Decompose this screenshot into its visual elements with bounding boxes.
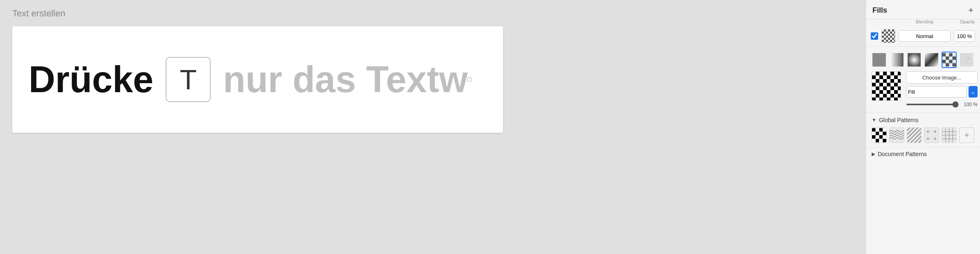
- blending-select-wrapper: Normal Multiply Screen Overlay: [899, 30, 951, 42]
- svg-rect-7: [949, 53, 953, 57]
- fill-checkbox[interactable]: [871, 32, 878, 40]
- svg-rect-8: [953, 57, 956, 60]
- hint-wrapper: nur das Textwerkzeug: [223, 59, 468, 101]
- svg-rect-19: [971, 53, 971, 54]
- svg-rect-32: [964, 64, 964, 64]
- document-patterns-title: Document Patterns: [878, 151, 927, 157]
- canvas-hint-text: nur das Textwerkzeug: [223, 59, 468, 101]
- svg-rect-24: [970, 56, 971, 57]
- svg-rect-42: [879, 135, 883, 139]
- svg-rect-27: [965, 59, 966, 60]
- right-panel: Fills + Blending Opacity Normal Multiply…: [865, 0, 980, 254]
- svg-rect-35: [971, 63, 972, 64]
- svg-rect-39: [883, 132, 886, 135]
- canvas-frame: Drücke T nur das Textwerkzeug: [12, 26, 503, 133]
- svg-rect-3: [925, 53, 938, 67]
- svg-rect-1: [890, 53, 904, 67]
- svg-rect-31: [961, 63, 962, 64]
- svg-rect-30: [972, 61, 972, 61]
- svg-rect-26: [963, 61, 963, 61]
- svg-rect-29: [970, 59, 971, 59]
- canvas-label: Text erstellen: [12, 8, 853, 19]
- pattern-radial-gradient[interactable]: [907, 52, 922, 68]
- fill-dropdown-arrow[interactable]: [969, 86, 978, 98]
- svg-rect-43: [883, 139, 886, 143]
- svg-rect-10: [946, 63, 949, 66]
- svg-rect-38: [879, 128, 883, 132]
- svg-rect-37: [876, 132, 879, 135]
- svg-rect-15: [963, 53, 963, 54]
- canvas-area: Text erstellen Drücke T nur das Textwerk…: [0, 0, 865, 254]
- svg-rect-13: [960, 53, 973, 67]
- t-icon-box: T: [166, 57, 211, 102]
- blending-col-label: Blending: [899, 19, 951, 24]
- svg-rect-17: [967, 54, 967, 54]
- svg-rect-23: [968, 57, 969, 58]
- svg-rect-36: [872, 128, 876, 132]
- svg-rect-46: [883, 128, 886, 132]
- pattern-noise[interactable]: [959, 52, 974, 68]
- fill-dropdown-wrapper: Fill Fit Stretch Tile: [906, 86, 978, 98]
- t-icon-letter: T: [180, 64, 197, 95]
- canvas-main-text: Drücke: [29, 59, 153, 101]
- gp-swatch-grid[interactable]: [942, 127, 957, 143]
- blending-select[interactable]: Normal Multiply Screen Overlay: [899, 30, 951, 42]
- pattern-detail: Choose Image... Fill Fit Stretch Tile 10…: [872, 71, 974, 107]
- svg-rect-40: [872, 135, 876, 139]
- svg-rect-6: [946, 57, 949, 60]
- svg-rect-51: [879, 139, 883, 143]
- svg-rect-41: [876, 139, 879, 143]
- document-patterns-header[interactable]: ▶ Document Patterns: [866, 147, 980, 161]
- global-patterns-arrow: ▼: [872, 117, 877, 123]
- svg-rect-49: [872, 139, 876, 143]
- svg-rect-16: [964, 55, 965, 55]
- svg-rect-28: [967, 60, 968, 61]
- pattern-preview-large: [872, 71, 901, 101]
- opacity-slider[interactable]: [906, 104, 959, 105]
- pattern-controls: Choose Image... Fill Fit Stretch Tile 10…: [906, 71, 978, 107]
- selection-handle[interactable]: [468, 77, 472, 82]
- column-labels: Blending Opacity: [866, 19, 980, 26]
- svg-rect-20: [962, 57, 962, 58]
- fill-row: Normal Multiply Screen Overlay: [866, 26, 980, 47]
- pattern-pattern[interactable]: [942, 52, 957, 68]
- pattern-picker: Choose Image... Fill Fit Stretch Tile 10…: [866, 47, 980, 113]
- opacity-col-label: Opacity: [954, 19, 975, 24]
- fill-dropdown[interactable]: Fill Fit Stretch Tile: [906, 86, 967, 98]
- svg-rect-47: [879, 132, 883, 135]
- svg-rect-14: [961, 54, 962, 55]
- add-fill-button[interactable]: +: [968, 6, 973, 15]
- pattern-linear-gradient[interactable]: [889, 52, 904, 68]
- svg-rect-11: [949, 60, 953, 63]
- gp-swatch-dots[interactable]: [924, 127, 939, 143]
- opacity-input[interactable]: [954, 30, 975, 42]
- pattern-angular-gradient[interactable]: [924, 52, 939, 68]
- svg-rect-33: [966, 62, 967, 63]
- svg-rect-45: [872, 132, 876, 135]
- gp-swatch-wave[interactable]: [889, 127, 904, 143]
- opacity-slider-row: 100 %: [906, 102, 978, 107]
- svg-rect-12: [953, 63, 956, 66]
- choose-image-button[interactable]: Choose Image...: [906, 71, 978, 84]
- panel-title: Fills: [872, 6, 887, 15]
- svg-rect-48: [876, 135, 879, 139]
- global-patterns-title: Global Patterns: [879, 117, 919, 123]
- svg-rect-61: [924, 128, 939, 143]
- global-patterns-header[interactable]: ▼ Global Patterns: [866, 113, 980, 126]
- panel-header: Fills +: [866, 0, 980, 19]
- fill-color-swatch[interactable]: [881, 29, 895, 43]
- gp-swatch-diagonal[interactable]: [907, 127, 922, 143]
- svg-rect-50: [883, 135, 886, 139]
- svg-rect-44: [876, 128, 879, 132]
- opacity-slider-value: 100 %: [961, 102, 978, 107]
- svg-rect-25: [960, 60, 961, 60]
- gp-swatch-checker[interactable]: [872, 127, 887, 143]
- global-patterns-add[interactable]: +: [959, 127, 974, 143]
- svg-rect-5: [942, 53, 946, 57]
- pattern-type-row: [872, 52, 974, 68]
- pattern-solid[interactable]: [872, 52, 887, 68]
- svg-rect-9: [942, 60, 946, 63]
- svg-rect-18: [969, 54, 970, 55]
- svg-rect-0: [872, 53, 886, 67]
- svg-rect-22: [966, 57, 966, 57]
